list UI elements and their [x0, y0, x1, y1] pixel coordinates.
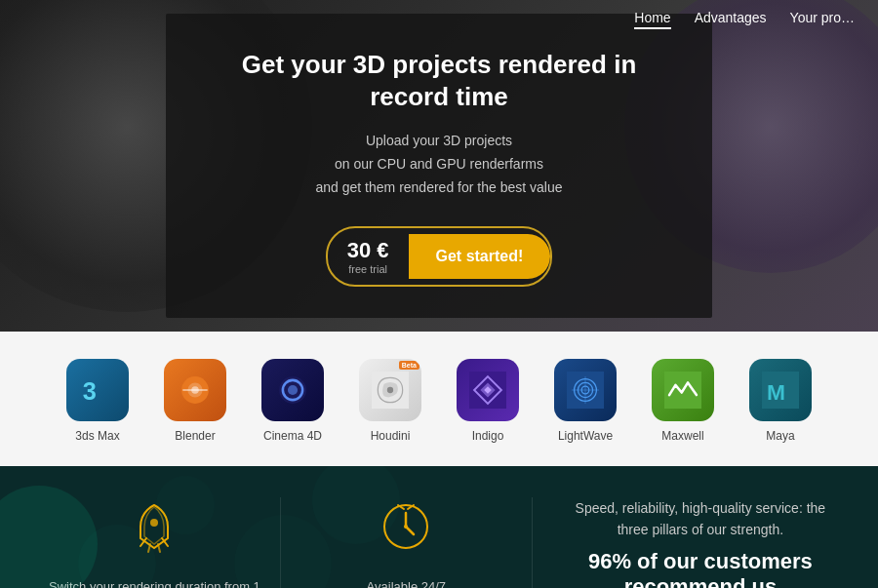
houdini-icon: Beta — [359, 359, 421, 421]
hero-section: Get your 3D projects rendered in record … — [0, 0, 878, 332]
3dsmax-icon: 3 — [66, 359, 129, 421]
hero-title: Get your 3D projects rendered in record … — [224, 49, 654, 115]
clock-icon — [377, 497, 435, 566]
maya-label: Maya — [766, 429, 794, 443]
svg-point-25 — [404, 525, 408, 529]
bottom-divider-2 — [532, 497, 533, 588]
beta-badge: Beta — [399, 361, 419, 370]
lightwave-label: LightWave — [558, 429, 613, 443]
bottom-strip: Switch your rendering duration from 1 mo… — [0, 466, 878, 588]
maxwell-icon — [652, 359, 714, 421]
bottom-item-speed: Switch your rendering duration from 1 mo… — [39, 497, 270, 588]
nav-advantages[interactable]: Advantages — [695, 10, 767, 29]
software-item-indigo[interactable]: Indigo — [457, 359, 519, 443]
software-item-maxwell[interactable]: Maxwell — [652, 359, 714, 443]
nav-yourpro[interactable]: Your pro… — [790, 10, 855, 29]
software-item-cinema4d[interactable]: Cinema 4D — [261, 359, 324, 443]
indigo-icon — [457, 359, 519, 421]
bottom-recommendation-stat: 96% of our customers recommend us — [562, 549, 839, 588]
maxwell-label: Maxwell — [661, 429, 703, 443]
software-item-lightwave[interactable]: LightWave — [554, 359, 617, 443]
get-started-button[interactable]: Get started! — [409, 234, 551, 279]
lightwave-icon — [554, 359, 617, 421]
bottom-item-recommendation: Speed, reliability, high-quality service… — [542, 497, 839, 588]
bottom-item-availability: Available 24/7 — [291, 497, 522, 588]
svg-point-23 — [150, 519, 158, 527]
hero-subtitle: Upload your 3D projects on our CPU and G… — [224, 130, 654, 199]
main-nav: Home Advantages Your pro… — [611, 0, 878, 39]
svg-text:M: M — [767, 379, 785, 405]
svg-point-7 — [288, 385, 298, 395]
hero-content-box: Get your 3D projects rendered in record … — [166, 14, 712, 319]
bottom-recommendation-desc: Speed, reliability, high-quality service… — [562, 497, 839, 541]
bottom-divider-1 — [280, 497, 281, 588]
3dsmax-label: 3ds Max — [75, 429, 119, 443]
software-item-maya[interactable]: M Maya — [749, 359, 812, 443]
svg-point-9 — [387, 387, 393, 393]
bottom-speed-text: Switch your rendering duration from 1 mo… — [47, 577, 261, 588]
blender-icon — [164, 359, 226, 421]
hero-background: Get your 3D projects rendered in record … — [0, 0, 878, 332]
houdini-label: Houdini — [371, 429, 411, 443]
bottom-availability-text: Available 24/7 — [367, 577, 446, 588]
svg-text:3: 3 — [83, 377, 97, 405]
software-item-blender[interactable]: Blender — [164, 359, 226, 443]
nav-home[interactable]: Home — [634, 10, 670, 29]
maya-icon: M — [749, 359, 812, 421]
software-item-houdini[interactable]: Beta Houdini — [359, 359, 421, 443]
cinema4d-icon — [261, 359, 324, 421]
software-item-3dsmax[interactable]: 3 3ds Max — [66, 359, 129, 443]
indigo-label: Indigo — [472, 429, 504, 443]
bottom-section: Switch your rendering duration from 1 mo… — [0, 466, 878, 588]
hero-cta-group: 30 € free trial Get started! — [326, 226, 553, 287]
blender-label: Blender — [175, 429, 215, 443]
rocket-icon — [125, 497, 183, 566]
software-strip: 3 3ds Max Blender Cinema 4D — [0, 332, 878, 466]
free-trial-price: 30 € free trial — [328, 228, 409, 285]
cinema4d-label: Cinema 4D — [263, 429, 322, 443]
